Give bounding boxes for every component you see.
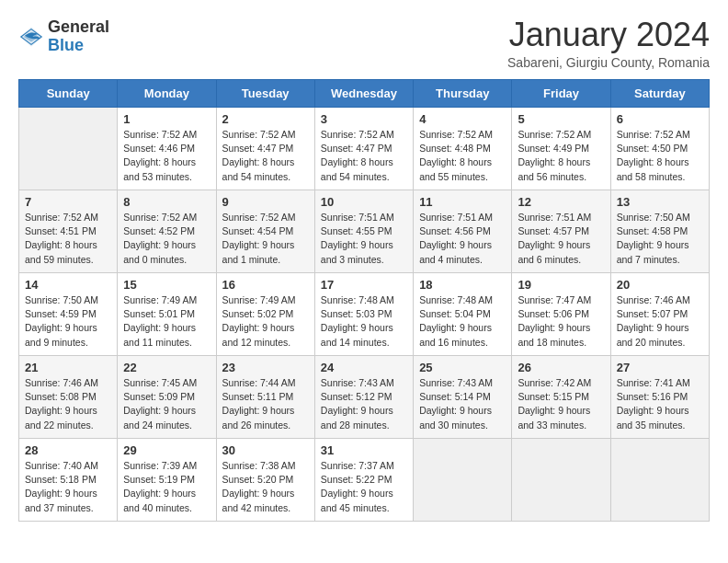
day-info: Sunrise: 7:44 AMSunset: 5:11 PMDaylight:… [222, 376, 309, 432]
sunset-label: Sunset: 5:19 PM [123, 474, 195, 485]
sunrise-label: Sunrise: 7:52 AM [123, 212, 197, 223]
day-info: Sunrise: 7:40 AMSunset: 5:18 PMDaylight:… [25, 459, 111, 515]
day-header-saturday: Saturday [610, 80, 709, 108]
daylight-label: Daylight: 9 hours and 3 minutes. [321, 239, 393, 264]
daylight-label: Daylight: 9 hours and 20 minutes. [617, 322, 689, 347]
day-info: Sunrise: 7:52 AMSunset: 4:49 PMDaylight:… [518, 128, 604, 184]
sunset-label: Sunset: 4:47 PM [222, 143, 294, 154]
day-cell: 14Sunrise: 7:50 AMSunset: 4:59 PMDayligh… [19, 273, 118, 356]
day-info: Sunrise: 7:52 AMSunset: 4:51 PMDaylight:… [25, 211, 111, 267]
sunset-label: Sunset: 5:01 PM [123, 308, 195, 319]
sunrise-label: Sunrise: 7:38 AM [222, 460, 296, 471]
day-info: Sunrise: 7:52 AMSunset: 4:52 PMDaylight:… [123, 211, 210, 267]
daylight-label: Daylight: 9 hours and 18 minutes. [518, 322, 590, 347]
day-number: 18 [419, 278, 506, 292]
day-info: Sunrise: 7:50 AMSunset: 4:59 PMDaylight:… [25, 293, 111, 350]
day-info: Sunrise: 7:49 AMSunset: 5:01 PMDaylight:… [123, 293, 210, 350]
day-info: Sunrise: 7:52 AMSunset: 4:46 PMDaylight:… [123, 128, 210, 184]
daylight-label: Daylight: 9 hours and 24 minutes. [123, 405, 196, 430]
sunrise-label: Sunrise: 7:48 AM [419, 294, 493, 305]
daylight-label: Daylight: 8 hours and 55 minutes. [419, 156, 492, 181]
week-row-1: 1Sunrise: 7:52 AMSunset: 4:46 PMDaylight… [19, 108, 710, 190]
daylight-label: Daylight: 9 hours and 12 minutes. [222, 322, 295, 347]
daylight-label: Daylight: 9 hours and 37 minutes. [25, 488, 97, 512]
sunset-label: Sunset: 5:20 PM [222, 474, 294, 485]
day-cell: 10Sunrise: 7:51 AMSunset: 4:55 PMDayligh… [314, 190, 413, 273]
week-row-2: 7Sunrise: 7:52 AMSunset: 4:51 PMDaylight… [19, 190, 710, 273]
day-cell: 29Sunrise: 7:39 AMSunset: 5:19 PMDayligh… [118, 439, 216, 522]
week-row-4: 21Sunrise: 7:46 AMSunset: 5:08 PMDayligh… [19, 356, 710, 439]
day-cell: 1Sunrise: 7:52 AMSunset: 4:46 PMDaylight… [118, 108, 216, 190]
day-cell: 28Sunrise: 7:40 AMSunset: 5:18 PMDayligh… [19, 439, 118, 522]
sunset-label: Sunset: 5:12 PM [321, 391, 392, 402]
day-info: Sunrise: 7:41 AMSunset: 5:16 PMDaylight:… [617, 376, 703, 432]
day-number: 10 [321, 195, 407, 209]
day-cell: 7Sunrise: 7:52 AMSunset: 4:51 PMDaylight… [19, 190, 118, 273]
day-cell: 6Sunrise: 7:52 AMSunset: 4:50 PMDaylight… [610, 108, 709, 190]
day-cell: 9Sunrise: 7:52 AMSunset: 4:54 PMDaylight… [216, 190, 314, 273]
day-number: 22 [123, 361, 210, 374]
day-info: Sunrise: 7:49 AMSunset: 5:02 PMDaylight:… [222, 293, 309, 350]
day-number: 21 [25, 361, 111, 374]
day-number: 20 [617, 278, 703, 292]
sunrise-label: Sunrise: 7:40 AM [25, 460, 98, 471]
sunrise-label: Sunrise: 7:44 AM [222, 377, 296, 388]
daylight-label: Daylight: 9 hours and 40 minutes. [123, 488, 196, 512]
day-info: Sunrise: 7:51 AMSunset: 4:55 PMDaylight:… [321, 211, 407, 267]
day-number: 5 [518, 112, 604, 126]
daylight-label: Daylight: 9 hours and 45 minutes. [321, 488, 393, 512]
day-cell [610, 439, 709, 522]
calendar-header-row: SundayMondayTuesdayWednesdayThursdayFrid… [19, 80, 710, 108]
day-header-sunday: Sunday [19, 80, 118, 108]
day-cell: 25Sunrise: 7:43 AMSunset: 5:14 PMDayligh… [414, 356, 512, 439]
day-header-monday: Monday [118, 80, 216, 108]
sunset-label: Sunset: 4:54 PM [222, 225, 294, 236]
sunrise-label: Sunrise: 7:52 AM [25, 212, 98, 223]
daylight-label: Daylight: 9 hours and 7 minutes. [617, 239, 689, 264]
day-info: Sunrise: 7:43 AMSunset: 5:12 PMDaylight:… [321, 376, 407, 432]
daylight-label: Daylight: 9 hours and 26 minutes. [222, 405, 295, 430]
daylight-label: Daylight: 9 hours and 0 minutes. [123, 239, 196, 264]
day-cell: 24Sunrise: 7:43 AMSunset: 5:12 PMDayligh… [314, 356, 413, 439]
day-info: Sunrise: 7:46 AMSunset: 5:07 PMDaylight:… [617, 293, 703, 350]
sunset-label: Sunset: 5:06 PM [518, 308, 589, 319]
day-number: 13 [617, 195, 703, 209]
sunrise-label: Sunrise: 7:45 AM [123, 377, 197, 388]
day-number: 16 [222, 278, 309, 292]
day-number: 23 [222, 361, 309, 374]
logo-text: General Blue [48, 18, 109, 55]
day-header-tuesday: Tuesday [216, 80, 314, 108]
sunrise-label: Sunrise: 7:52 AM [123, 129, 197, 140]
week-row-3: 14Sunrise: 7:50 AMSunset: 4:59 PMDayligh… [19, 273, 710, 356]
day-cell: 20Sunrise: 7:46 AMSunset: 5:07 PMDayligh… [610, 273, 709, 356]
day-number: 2 [222, 112, 309, 126]
sunset-label: Sunset: 4:50 PM [617, 143, 688, 154]
daylight-label: Daylight: 9 hours and 9 minutes. [25, 322, 97, 347]
daylight-label: Daylight: 9 hours and 22 minutes. [25, 405, 97, 430]
daylight-label: Daylight: 9 hours and 42 minutes. [222, 488, 295, 512]
sunset-label: Sunset: 5:16 PM [617, 391, 688, 402]
day-info: Sunrise: 7:47 AMSunset: 5:06 PMDaylight:… [518, 293, 604, 350]
daylight-label: Daylight: 8 hours and 59 minutes. [25, 239, 97, 264]
page-header: General Blue January 2024 Sabareni, Giur… [18, 18, 710, 70]
month-title: January 2024 [507, 18, 710, 52]
sunrise-label: Sunrise: 7:39 AM [123, 460, 197, 471]
sunrise-label: Sunrise: 7:47 AM [518, 294, 591, 305]
sunrise-label: Sunrise: 7:52 AM [518, 129, 591, 140]
daylight-label: Daylight: 9 hours and 1 minute. [222, 239, 295, 264]
daylight-label: Daylight: 9 hours and 4 minutes. [419, 239, 492, 264]
daylight-label: Daylight: 8 hours and 54 minutes. [222, 156, 295, 181]
sunset-label: Sunset: 4:58 PM [617, 225, 688, 236]
logo-blue-text: Blue [48, 37, 109, 55]
day-info: Sunrise: 7:37 AMSunset: 5:22 PMDaylight:… [321, 459, 407, 515]
day-number: 24 [321, 361, 407, 374]
daylight-label: Daylight: 9 hours and 16 minutes. [419, 322, 492, 347]
sunrise-label: Sunrise: 7:49 AM [123, 294, 197, 305]
daylight-label: Daylight: 9 hours and 28 minutes. [321, 405, 393, 430]
sunrise-label: Sunrise: 7:37 AM [321, 460, 394, 471]
day-info: Sunrise: 7:51 AMSunset: 4:56 PMDaylight:… [419, 211, 506, 267]
day-number: 31 [321, 443, 407, 457]
sunset-label: Sunset: 5:07 PM [617, 308, 688, 319]
day-number: 30 [222, 443, 309, 457]
sunset-label: Sunset: 4:52 PM [123, 225, 195, 236]
